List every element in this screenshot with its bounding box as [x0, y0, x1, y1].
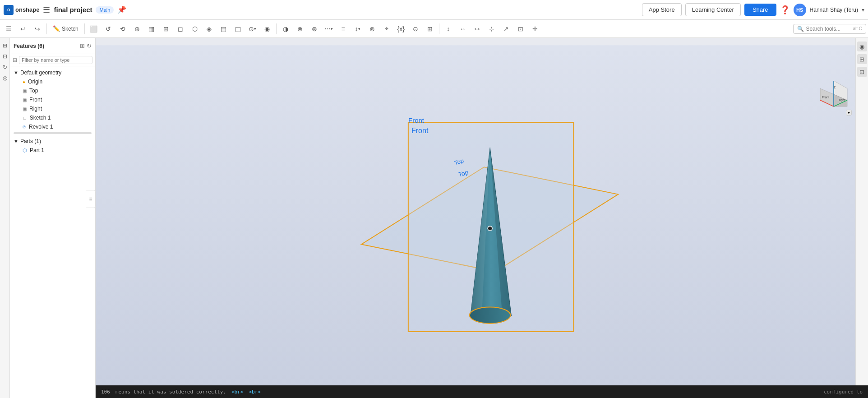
toolbar-icon-6[interactable]: ⊞	[159, 22, 173, 36]
sketch-label: Sketch	[62, 26, 78, 32]
toolbar-icon-19[interactable]: ↕ ▾	[351, 22, 365, 36]
toolbar-icon-9[interactable]: ◈	[203, 22, 216, 36]
toolbar-icon-17[interactable]: ⋯ ▾	[322, 22, 336, 36]
filter-input[interactable]	[19, 56, 92, 64]
toolbar-icon-5[interactable]: ▦	[145, 22, 158, 36]
toolbar-feature-list[interactable]: ☰	[2, 22, 15, 36]
toolbar-icon-21[interactable]: ⌖	[380, 22, 393, 36]
help-icon[interactable]: ❓	[780, 5, 790, 15]
origin-icon: ●	[23, 79, 25, 84]
learning-center-button[interactable]: Learning Center	[685, 3, 741, 16]
top-label: Top	[29, 88, 38, 94]
cube-dropdown[interactable]: ▾	[846, 110, 852, 116]
toolbar-icon-30[interactable]: ⊡	[514, 22, 527, 36]
hamburger-menu[interactable]: ☰	[43, 5, 50, 15]
user-dropdown-icon[interactable]: ▾	[862, 7, 864, 13]
part1-icon: ⬡	[23, 148, 27, 153]
right-plane-icon: ▣	[23, 106, 27, 111]
viewport[interactable]: Front Top Front Top	[96, 38, 868, 398]
nav-cube[interactable]: Z Front Right ▾	[816, 79, 852, 115]
tree-item-revolve1[interactable]: ⟳ Revolve 1	[10, 122, 95, 131]
feature-refresh-icon[interactable]: ↻	[87, 42, 92, 49]
right-panel-icon-3[interactable]: ⊡	[857, 67, 867, 77]
toolbar-icon-11[interactable]: ◫	[231, 22, 245, 36]
toolbar-icon-15[interactable]: ⊗	[293, 22, 307, 36]
features-title: Features (6)	[14, 43, 44, 49]
top-plane-icon: ▣	[23, 88, 27, 93]
toolbar-icon-12[interactable]: ⊙ ▾	[246, 22, 259, 36]
tree-section-default-geometry[interactable]: ▼ Default geometry	[10, 68, 95, 77]
toolbar-divider-3	[276, 23, 277, 34]
toolbar-redo[interactable]: ↪	[31, 22, 44, 36]
tree-item-front[interactable]: ▣ Front	[10, 95, 95, 104]
user-name[interactable]: Hannah Shay (Toru)	[810, 7, 858, 13]
tree-section-parts[interactable]: ▼ Parts (1)	[10, 137, 95, 146]
expand-icon: ≡	[89, 196, 92, 202]
user-initials: HS	[796, 7, 803, 13]
sketch-button[interactable]: ✏️ Sketch	[49, 23, 82, 34]
toolbar-icon-10[interactable]: ▤	[217, 22, 231, 36]
toolbar-icon-16[interactable]: ⊛	[308, 22, 321, 36]
toolbar-icon-27[interactable]: ↦	[471, 22, 484, 36]
right-status: configured to	[824, 389, 863, 395]
tree-item-right[interactable]: ▣ Right	[10, 104, 95, 113]
toolbar-icon-26[interactable]: ↔	[456, 22, 470, 36]
toolbar-icon-25[interactable]: ↕	[442, 22, 455, 36]
console-link-2[interactable]: <br>	[249, 389, 261, 395]
right-panel-icon-1[interactable]: ◉	[857, 42, 867, 51]
branch-badge[interactable]: Main	[96, 6, 114, 14]
toolbar-icon-20[interactable]: ⊚	[365, 22, 379, 36]
toolbar-divider-4	[439, 23, 439, 34]
feature-header-icons: ⊞ ↻	[80, 42, 92, 49]
part1-label: Part 1	[30, 147, 44, 153]
logo-text: onshape	[15, 6, 39, 13]
toolbar-icon-22[interactable]: {x}	[394, 22, 408, 36]
toolbar-icon-24[interactable]: ⊞	[423, 22, 437, 36]
tree-item-sketch1[interactable]: ∟ Sketch 1	[10, 113, 95, 122]
parts-section: ▼ Parts (1) ⬡ Part 1	[10, 135, 95, 157]
console-link[interactable]: <br>	[231, 389, 244, 395]
toolbar-icon-4[interactable]: ⊕	[130, 22, 144, 36]
logo[interactable]: o onshape	[4, 5, 39, 15]
toolbar-icon-7[interactable]: ◻	[174, 22, 187, 36]
toolbar-divider-2	[84, 23, 85, 34]
pin-icon[interactable]: 📌	[117, 5, 126, 14]
user-avatar[interactable]: HS	[794, 4, 806, 16]
revolve1-label: Revolve 1	[29, 124, 53, 130]
sketch-pencil-icon: ✏️	[53, 25, 60, 32]
toolbar-icon-8[interactable]: ⬡	[188, 22, 202, 36]
search-icon: 🔍	[797, 26, 804, 32]
toolbar-undo[interactable]: ↩	[16, 22, 30, 36]
toolbar-icon-1[interactable]: ⬜	[87, 22, 101, 36]
left-icon-2[interactable]: ⊡	[1, 52, 9, 60]
share-button[interactable]: Share	[744, 4, 776, 16]
left-sidebar-icons: ⊞ ⊡ ↻ ◎	[0, 38, 10, 398]
toolbar-icon-14[interactable]: ◑	[279, 22, 292, 36]
tree-item-top[interactable]: ▣ Top	[10, 86, 95, 95]
front-plane-icon: ▣	[23, 97, 27, 102]
section-chevron: ▼	[14, 70, 18, 75]
toolbar-icon-29[interactable]: ↗	[499, 22, 513, 36]
toolbar-icon-3[interactable]: ⟲	[116, 22, 129, 36]
app-store-button[interactable]: App Store	[642, 3, 682, 16]
section-label: Default geometry	[20, 69, 61, 76]
tree-item-part1[interactable]: ⬡ Part 1	[10, 146, 95, 155]
feature-list-icon[interactable]: ⊞	[80, 42, 85, 49]
toolbar-icon-28[interactable]: ⊹	[485, 22, 499, 36]
left-icon-3[interactable]: ↻	[1, 63, 9, 71]
left-icon-1[interactable]: ⊞	[1, 42, 9, 50]
scene-svg: Front Top	[96, 38, 868, 398]
search-input[interactable]	[806, 26, 851, 32]
expand-panel-button[interactable]: ≡	[86, 190, 96, 208]
tree-item-origin[interactable]: ● Origin	[10, 77, 95, 86]
right-panel-icon-2[interactable]: ⊞	[857, 54, 867, 64]
toolbar-icon-13[interactable]: ◉	[260, 22, 274, 36]
toolbar-icon-23[interactable]: ⊝	[409, 22, 422, 36]
filter-icon: ⊟	[13, 57, 17, 63]
toolbar-icon-31[interactable]: ✛	[528, 22, 542, 36]
search-tools[interactable]: 🔍 alt C	[793, 24, 866, 34]
left-icon-4[interactable]: ◎	[1, 74, 9, 82]
toolbar-icon-2[interactable]: ↺	[102, 22, 115, 36]
toolbar-icon-18[interactable]: ≡	[337, 22, 350, 36]
project-title: final project	[54, 6, 92, 14]
